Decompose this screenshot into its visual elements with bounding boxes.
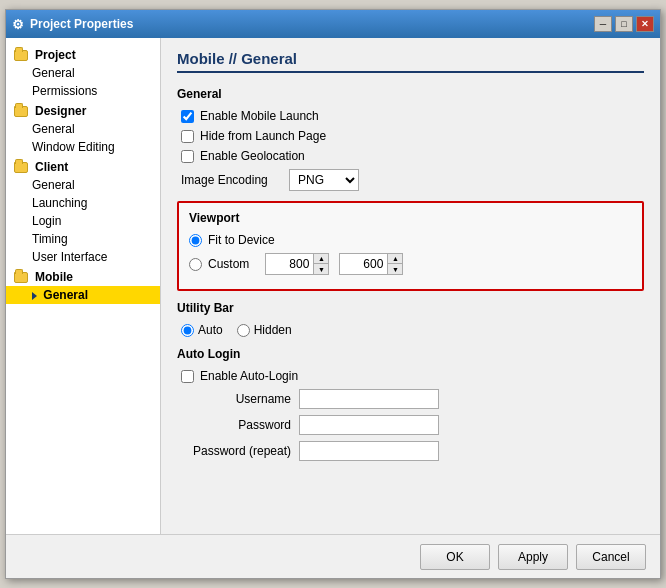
viewport-height-spinbox: ▲ ▼ <box>339 253 403 275</box>
auto-login-label: Auto Login <box>177 347 644 361</box>
image-encoding-label: Image Encoding <box>181 173 281 187</box>
fit-to-device-label: Fit to Device <box>208 233 275 247</box>
utility-bar-section: Utility Bar Auto Hidden <box>177 301 644 337</box>
password-repeat-label: Password (repeat) <box>181 444 291 458</box>
utility-bar-options: Auto Hidden <box>177 323 644 337</box>
custom-viewport-label: Custom <box>208 257 249 271</box>
password-repeat-input[interactable] <box>299 441 439 461</box>
sidebar-item-client-general[interactable]: General <box>6 176 160 194</box>
sidebar-group-client-header[interactable]: Client <box>6 158 160 176</box>
sidebar-item-client-timing[interactable]: Timing <box>6 230 160 248</box>
viewport-height-down-button[interactable]: ▼ <box>388 264 402 274</box>
mobile-folder-icon <box>14 272 28 283</box>
hide-from-launch-label: Hide from Launch Page <box>200 129 326 143</box>
utility-hidden-radio[interactable] <box>237 324 250 337</box>
viewport-height-spinner-buttons: ▲ ▼ <box>387 253 403 275</box>
utility-auto-label: Auto <box>198 323 223 337</box>
project-folder-icon <box>14 50 28 61</box>
enable-auto-login-row: Enable Auto-Login <box>177 369 644 383</box>
sidebar-item-client-login[interactable]: Login <box>6 212 160 230</box>
apply-button[interactable]: Apply <box>498 544 568 570</box>
client-folder-icon <box>14 162 28 173</box>
designer-folder-icon <box>14 106 28 117</box>
viewport-height-input[interactable] <box>339 253 387 275</box>
enable-auto-login-label: Enable Auto-Login <box>200 369 298 383</box>
viewport-width-spinner-buttons: ▲ ▼ <box>313 253 329 275</box>
minimize-button[interactable]: ─ <box>594 16 612 32</box>
cancel-button[interactable]: Cancel <box>576 544 646 570</box>
project-properties-window: ⚙ Project Properties ─ □ ✕ Project Gener… <box>5 9 661 579</box>
sidebar: Project General Permissions Designer Gen… <box>6 38 161 534</box>
viewport-section-label: Viewport <box>189 211 632 225</box>
utility-hidden-label: Hidden <box>254 323 292 337</box>
viewport-section: Viewport Fit to Device Custom ▲ ▼ <box>177 201 644 291</box>
close-button[interactable]: ✕ <box>636 16 654 32</box>
window-icon: ⚙ <box>12 17 24 32</box>
viewport-width-spinbox: ▲ ▼ <box>265 253 329 275</box>
sidebar-item-project-general[interactable]: General <box>6 64 160 82</box>
general-section-label: General <box>177 87 644 101</box>
sidebar-group-project: Project General Permissions <box>6 46 160 100</box>
sidebar-item-designer-window-editing[interactable]: Window Editing <box>6 138 160 156</box>
sidebar-group-mobile-header[interactable]: Mobile <box>6 268 160 286</box>
sidebar-item-designer-general[interactable]: General <box>6 120 160 138</box>
enable-geolocation-row: Enable Geolocation <box>177 149 644 163</box>
enable-mobile-launch-row: Enable Mobile Launch <box>177 109 644 123</box>
sidebar-group-project-header[interactable]: Project <box>6 46 160 64</box>
utility-bar-label: Utility Bar <box>177 301 644 315</box>
custom-viewport-radio[interactable] <box>189 258 202 271</box>
ok-button[interactable]: OK <box>420 544 490 570</box>
enable-mobile-launch-label: Enable Mobile Launch <box>200 109 319 123</box>
panel-title: Mobile // General <box>177 50 644 73</box>
sidebar-group-designer-label: Designer <box>35 104 86 118</box>
username-row: Username <box>177 389 644 409</box>
viewport-height-up-button[interactable]: ▲ <box>388 254 402 264</box>
enable-geolocation-label: Enable Geolocation <box>200 149 305 163</box>
password-label: Password <box>181 418 291 432</box>
window-content: Project General Permissions Designer Gen… <box>6 38 660 534</box>
custom-viewport-row: Custom ▲ ▼ ▲ ▼ <box>189 253 632 275</box>
sidebar-item-project-permissions[interactable]: Permissions <box>6 82 160 100</box>
username-label: Username <box>181 392 291 406</box>
viewport-width-down-button[interactable]: ▼ <box>314 264 328 274</box>
viewport-width-up-button[interactable]: ▲ <box>314 254 328 264</box>
utility-hidden-option: Hidden <box>237 323 292 337</box>
utility-auto-radio[interactable] <box>181 324 194 337</box>
password-repeat-row: Password (repeat) <box>177 441 644 461</box>
image-encoding-row: Image Encoding PNG JPEG GIF <box>177 169 644 191</box>
password-input[interactable] <box>299 415 439 435</box>
main-panel: Mobile // General General Enable Mobile … <box>161 38 660 534</box>
maximize-button[interactable]: □ <box>615 16 633 32</box>
viewport-width-input[interactable] <box>265 253 313 275</box>
title-bar-left: ⚙ Project Properties <box>12 17 133 32</box>
sidebar-item-client-user-interface[interactable]: User Interface <box>6 248 160 266</box>
enable-mobile-launch-checkbox[interactable] <box>181 110 194 123</box>
sidebar-group-project-label: Project <box>35 48 76 62</box>
sidebar-group-designer: Designer General Window Editing <box>6 102 160 156</box>
sidebar-group-designer-header[interactable]: Designer <box>6 102 160 120</box>
fit-to-device-row: Fit to Device <box>189 233 632 247</box>
enable-geolocation-checkbox[interactable] <box>181 150 194 163</box>
image-encoding-select[interactable]: PNG JPEG GIF <box>289 169 359 191</box>
bottom-bar: OK Apply Cancel <box>6 534 660 578</box>
enable-auto-login-checkbox[interactable] <box>181 370 194 383</box>
username-input[interactable] <box>299 389 439 409</box>
auto-login-section: Auto Login Enable Auto-Login Username Pa… <box>177 347 644 461</box>
password-row: Password <box>177 415 644 435</box>
sidebar-group-client-label: Client <box>35 160 68 174</box>
hide-from-launch-checkbox[interactable] <box>181 130 194 143</box>
title-controls: ─ □ ✕ <box>594 16 654 32</box>
hide-from-launch-row: Hide from Launch Page <box>177 129 644 143</box>
sidebar-item-mobile-general[interactable]: General <box>6 286 160 304</box>
sidebar-group-mobile: Mobile General <box>6 268 160 304</box>
sidebar-group-mobile-label: Mobile <box>35 270 73 284</box>
sidebar-group-client: Client General Launching Login Timing Us… <box>6 158 160 266</box>
utility-auto-option: Auto <box>181 323 223 337</box>
window-title: Project Properties <box>30 17 133 31</box>
title-bar: ⚙ Project Properties ─ □ ✕ <box>6 10 660 38</box>
fit-to-device-radio[interactable] <box>189 234 202 247</box>
mobile-general-arrow-icon <box>32 292 37 300</box>
sidebar-item-client-launching[interactable]: Launching <box>6 194 160 212</box>
